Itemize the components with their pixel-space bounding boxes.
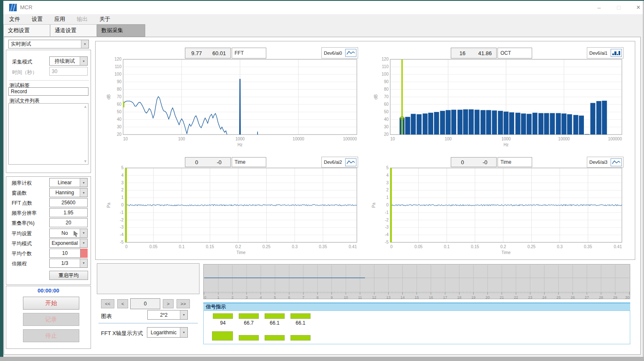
time2-plot[interactable]: 00.050.10.150.20.250.30.350.41-5-4-3-2-1… [105, 165, 360, 260]
average-count-input[interactable]: 10 [49, 249, 81, 258]
chart-layout-select[interactable]: 2*2 ▼ [147, 310, 188, 320]
freq-weighting-label: 频率计权 [12, 180, 32, 187]
chevron-down-icon: ▼ [80, 259, 87, 267]
scroll-up-icon[interactable]: ▲ [83, 104, 87, 109]
svg-text:60: 60 [117, 102, 122, 107]
time3-plot[interactable]: 00.050.10.150.20.250.30.350.41-5-4-3-2-1… [370, 165, 625, 260]
next-page-button[interactable]: > [163, 299, 174, 308]
svg-text:17: 17 [443, 295, 447, 299]
signal-indicator-body: 9466.766.166.1 [203, 310, 630, 344]
start-button[interactable]: 开始 [23, 297, 79, 310]
svg-text:1: 1 [217, 295, 219, 299]
record-name-input[interactable]: Record [8, 87, 88, 96]
svg-text:21: 21 [500, 295, 504, 299]
average-mode-select[interactable]: Exponential▼ [49, 239, 88, 248]
svg-text:3: 3 [121, 180, 124, 185]
signal-status-bar-ch1 [239, 335, 259, 341]
chevron-down-icon: ▼ [80, 178, 87, 187]
menu-item-settings[interactable]: 设置 [26, 14, 48, 24]
record-button: 记录 [23, 313, 79, 326]
signal-level-value-ch2: 66.1 [265, 320, 285, 326]
svg-text:10: 10 [390, 137, 395, 141]
prev-page-button[interactable]: < [117, 299, 128, 308]
menu-item-file[interactable]: 文件 [3, 14, 26, 24]
svg-text:22: 22 [514, 295, 518, 299]
svg-text:6: 6 [288, 295, 290, 299]
svg-text:10000: 10000 [558, 137, 570, 141]
last-page-button[interactable]: >> [177, 299, 190, 308]
svg-text:10: 10 [123, 137, 128, 141]
svg-text:80: 80 [117, 87, 122, 92]
signal-level-value-ch3: 66.1 [290, 320, 311, 326]
svg-text:1: 1 [121, 195, 124, 200]
svg-text:0.35: 0.35 [584, 244, 592, 249]
svg-text:0: 0 [121, 203, 124, 207]
tab-document-settings[interactable]: 文档设置 [3, 24, 50, 37]
average-setting-select[interactable]: No▼ [49, 229, 88, 238]
freq-weighting-select[interactable]: Linear▼ [49, 178, 88, 187]
svg-text:27: 27 [585, 295, 589, 299]
oct-plot[interactable]: 1010010001000010000020304050607080901001… [372, 57, 627, 152]
mouse-cursor-icon [73, 231, 79, 237]
svg-text:15: 15 [414, 295, 419, 299]
maximize-button[interactable]: □ [609, 1, 628, 14]
average-mode-label: 平均模式 [12, 240, 32, 247]
freq-resolution-input[interactable]: 1.95 [49, 208, 88, 217]
window-title: MCR [20, 4, 33, 10]
minimize-button[interactable]: – [590, 1, 609, 14]
svg-text:dB: dB [374, 94, 378, 100]
svg-text:-1: -1 [385, 210, 389, 215]
menu-item-about[interactable]: 关于 [93, 14, 116, 24]
svg-text:Pa: Pa [106, 202, 111, 208]
bar-chart-icon [611, 49, 622, 57]
svg-text:-5: -5 [120, 240, 124, 244]
svg-text:0.25: 0.25 [528, 244, 536, 249]
tab-data-acquisition[interactable]: 数据采集 [97, 24, 145, 37]
first-page-button[interactable]: << [101, 299, 114, 308]
svg-text:Hz: Hz [237, 142, 242, 147]
fft-plot[interactable]: 1010010001000010000020304050607080901001… [105, 57, 360, 152]
restart-average-button[interactable]: 重启平均 [49, 271, 88, 280]
svg-text:0: 0 [125, 244, 128, 249]
svg-text:0.41: 0.41 [614, 244, 622, 249]
fft-points-input[interactable]: 25600 [49, 198, 88, 207]
menu-item-application[interactable]: 应用 [48, 14, 71, 24]
chevron-down-icon: ▼ [80, 229, 87, 237]
overlap-percent-input[interactable]: 20 [49, 218, 88, 227]
svg-text:-4: -4 [385, 232, 389, 237]
window-function-select[interactable]: Hanning▼ [49, 188, 88, 197]
svg-text:40: 40 [384, 117, 389, 122]
signal-indicator-header: 信号指示 [203, 303, 630, 310]
svg-text:10: 10 [344, 295, 348, 299]
freq-resolution-label: 频率分辨率 [12, 210, 37, 217]
svg-text:4: 4 [260, 295, 262, 299]
acq-mode-select[interactable]: 持续测试 ▼ [49, 56, 88, 66]
svg-text:100: 100 [444, 137, 452, 141]
scroll-down-icon[interactable]: ▼ [83, 159, 87, 163]
test-mode-select[interactable]: 实时测试 ▼ [8, 40, 89, 48]
fft-axis-mode-select[interactable]: Logarithmic ▼ [147, 327, 188, 338]
page-index-input[interactable]: 0 [130, 298, 160, 309]
tab-channel-settings[interactable]: 通道设置 [50, 24, 97, 37]
record-timeline[interactable]: 0123456789101112131415161718192021222324… [203, 264, 630, 299]
svg-text:0: 0 [390, 244, 393, 249]
octave-select[interactable]: 1/3▼ [49, 259, 88, 268]
svg-text:0: 0 [386, 203, 389, 207]
overlap-percent-label: 重叠率(%) [12, 220, 35, 227]
chevron-down-icon: ▼ [81, 40, 88, 48]
svg-text:8: 8 [316, 295, 318, 299]
svg-text:-2: -2 [385, 218, 389, 222]
svg-text:0.05: 0.05 [414, 244, 423, 249]
close-button[interactable]: × [629, 1, 644, 14]
signal-level-bar-ch3 [290, 313, 311, 319]
chevron-down-icon: ▼ [180, 328, 187, 337]
svg-text:-3: -3 [385, 225, 389, 229]
svg-text:1: 1 [386, 195, 389, 200]
time-input: 30 [49, 67, 88, 76]
svg-text:0.2: 0.2 [500, 244, 506, 249]
svg-text:40: 40 [117, 117, 122, 122]
test-file-list[interactable]: ▲ ▼ [8, 103, 88, 165]
svg-text:2: 2 [121, 188, 124, 192]
acq-mode-label: 采集模式 [12, 58, 32, 66]
svg-text:Pa: Pa [371, 202, 376, 208]
